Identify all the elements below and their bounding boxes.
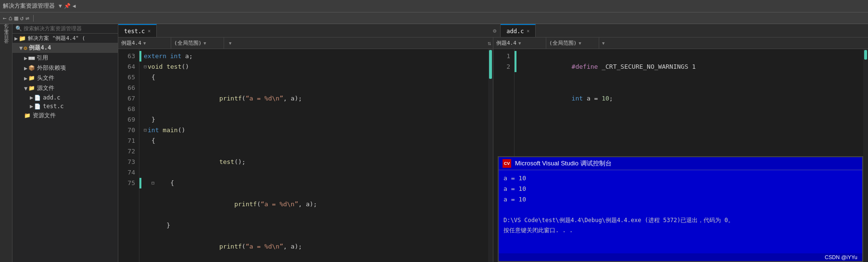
res-icon: 📁 [24, 112, 31, 119]
add-dropdown-2[interactable]: (全局范围) ▼ [546, 37, 599, 49]
split-editors: 63 64 65 66 67 68 69 70 71 72 73 74 75 [118, 49, 868, 262]
code-line-71: ⊟ { [144, 178, 488, 188]
console-line-2: a = 10 [503, 184, 857, 194]
sidebar-item-ext[interactable]: ▶ 📦 外部依赖项 [13, 63, 118, 73]
test-editor-pane: 63 64 65 66 67 68 69 70 71 72 73 74 75 [118, 49, 493, 262]
sidebar-item-res[interactable]: 📁 资源文件 [13, 111, 118, 121]
activity-icon-4[interactable]: 案 [2, 38, 11, 40]
sidebar-tree: ▶ 📁 解决方案 "例题4.4" ( ▼ ⚙ 例题4.4 ▶ ■■ 引用 ▶ 📦 [13, 34, 118, 262]
src-arrow-icon: ▼ [24, 85, 27, 92]
editor-area: test.c × ⚙ add.c × 例题4.4 [118, 24, 868, 262]
test-dropdown-1-label: 例题4.4 [121, 39, 141, 47]
test-dropdown-1[interactable]: 例题4.4 ▼ [118, 37, 171, 49]
sidebar-item-project[interactable]: ▼ ⚙ 例题4.4 [13, 43, 118, 53]
fold-icon-64[interactable]: ⊟ [144, 62, 147, 72]
solution-label: 解决方案 "例题4.4" ( [28, 35, 85, 42]
code-line-68: ⊟int main() [144, 125, 488, 136]
sidebar: 🔍 ▶ 📁 解决方案 "例题4.4" ( ▼ ⚙ 例题4.4 ▶ ■■ [13, 24, 118, 262]
add-dropdown-2-label: (全局范围) [549, 39, 577, 47]
ref-icon: ■■ [28, 55, 35, 61]
test-tab-close-icon[interactable]: × [148, 28, 151, 34]
activity-icon-3[interactable]: 方 [2, 35, 11, 37]
test-line-numbers: 63 64 65 66 67 68 69 70 71 72 73 74 75 [118, 49, 139, 262]
console-title-text: Microsoft Visual Studio 调试控制台 [515, 159, 612, 168]
sidebar-search-bar[interactable]: 🔍 [13, 24, 118, 34]
activity-icon-1[interactable]: 解 [2, 27, 11, 29]
tab-separator-1 [157, 24, 489, 37]
fold-icon-68[interactable]: ⊟ [144, 125, 147, 136]
add-dropdown-3-arrow: ▼ [602, 41, 604, 46]
left-activity-strip: 解 决 方 案 目 录 [0, 24, 13, 262]
console-footer: CSDN @iYYu [499, 253, 862, 261]
ref-label: 引用 [37, 54, 48, 62]
code-line-69: { [144, 136, 488, 146]
test-scroll-btn[interactable]: ⇅ [486, 40, 493, 47]
editor-dropdowns-row: 例题4.4 ▼ (全局范围) ▼ ▼ ⇅ 例题4 [118, 37, 868, 49]
ref-arrow-icon: ▶ [24, 55, 27, 62]
tab-add[interactable]: add.c × [501, 24, 536, 37]
header-label: 头文件 [37, 74, 54, 82]
tab-separator-2 [536, 24, 868, 37]
add-file-label: add.c [43, 94, 60, 101]
res-label: 资源文件 [33, 112, 56, 120]
code-line-70: test(); [144, 146, 488, 178]
sidebar-item-test[interactable]: ▶ 📄 test.c [13, 102, 118, 111]
console-line-5: D:\VS Code\test\例题4.4\Debug\例题4.4.exe (进… [503, 215, 857, 225]
auto-hide-icon[interactable]: ◀ [73, 3, 76, 9]
activity-icon-5[interactable]: 目 [2, 42, 11, 44]
code-line-65: { [144, 72, 488, 83]
add-code-line-1: #define _CRT_SECURE_NO_WARNINGS 1 [519, 51, 863, 83]
test-dropdown-1-arrow: ▼ [143, 41, 146, 46]
add-tab-close-icon[interactable]: × [527, 28, 529, 34]
test-dropdown-3-arrow: ▼ [229, 41, 231, 46]
pin-icon[interactable]: 📌 [64, 3, 71, 9]
tab-test[interactable]: test.c × [118, 24, 157, 37]
add-scroll-indicator [863, 49, 868, 262]
test-dropdown-2-label: (全局范围) [174, 39, 201, 47]
test-dropdown-2-arrow: ▼ [203, 41, 206, 46]
sync-btn[interactable]: ⇌ [25, 14, 29, 22]
test-dropdown-2[interactable]: (全局范围) ▼ [171, 37, 224, 49]
sidebar-search-input[interactable] [24, 25, 115, 32]
add-arrow-icon: ▶ [30, 94, 33, 101]
code-line-72: printf(“a = %d\n”, a); [144, 188, 488, 220]
fold-icon-71[interactable]: ⊟ [151, 178, 154, 188]
solution-icon: 📁 [19, 35, 26, 42]
code-line-73: } [144, 220, 488, 231]
ext-arrow-icon: ▶ [24, 65, 27, 72]
add-code-line-2: int a = 10; [519, 83, 863, 114]
tab-settings-icon[interactable]: ⚙ [489, 24, 500, 37]
back-btn[interactable]: ← [3, 14, 7, 22]
code-line-63: extern int a; [144, 51, 488, 62]
dropdown-arrow-icon[interactable]: ▼ [59, 3, 62, 9]
test-dropdown-3[interactable]: ▼ [224, 37, 486, 49]
add-dropdown-1-arrow: ▼ [518, 41, 521, 46]
properties-btn[interactable]: ▦ [14, 14, 18, 22]
add-dropdown-1[interactable]: 例题4.4 ▼ [493, 37, 546, 49]
ext-icon: 📦 [28, 65, 35, 71]
console-body: a = 10 a = 10 a = 10 D:\VS Code\test\例题4… [499, 170, 862, 253]
console-app-icon: CV [503, 159, 511, 168]
sidebar-item-src[interactable]: ▼ 📁 源文件 [13, 83, 118, 93]
header-icon: 📁 [28, 75, 35, 81]
sidebar-item-header[interactable]: ▶ 📁 头文件 [13, 73, 118, 83]
refresh-btn[interactable]: ↺ [20, 14, 24, 22]
code-line-64: ⊟void test() [144, 62, 488, 72]
test-code-content[interactable]: extern int a; ⊟void test() { printf(“a =… [142, 49, 488, 262]
src-icon: 📁 [28, 85, 35, 91]
test-arrow-icon: ▶ [30, 103, 33, 110]
code-line-74: printf(“a = %d\n”, a); [144, 231, 488, 262]
sidebar-item-add[interactable]: ▶ 📄 add.c [13, 93, 118, 102]
home-btn[interactable]: ⌂ [9, 14, 13, 22]
test-scroll-indicator [488, 49, 493, 262]
add-dropdown-3[interactable]: ▼ [599, 37, 868, 49]
test-tab-label: test.c [124, 28, 145, 35]
console-line-6: 按任意键关闭此窗口. . . [503, 225, 857, 235]
activity-icon-6[interactable]: 录 [2, 46, 11, 48]
project-arrow-icon: ▼ [19, 45, 23, 51]
sidebar-item-ref[interactable]: ▶ ■■ 引用 [13, 53, 118, 63]
sidebar-item-solution[interactable]: ▶ 📁 解决方案 "例题4.4" ( [13, 34, 118, 43]
console-line-4 [503, 205, 857, 215]
project-label: 例题4.4 [29, 44, 51, 52]
activity-icon-2[interactable]: 决 [2, 31, 11, 33]
